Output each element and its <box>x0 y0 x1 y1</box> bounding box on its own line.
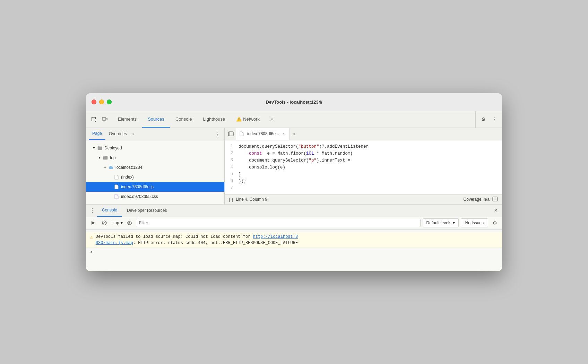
svg-rect-13 <box>103 156 105 157</box>
folder-icon <box>97 145 103 151</box>
tab-sources[interactable]: Sources <box>142 111 170 128</box>
line-number: 4 <box>225 164 239 171</box>
svg-point-23 <box>129 222 130 224</box>
settings-icon[interactable]: ⚙ <box>478 114 488 124</box>
traffic-lights <box>92 99 112 104</box>
line-content: document.querySelector("button")?.addEve… <box>239 143 369 150</box>
tree-arrow: ▼ <box>92 146 96 150</box>
tree-item-top[interactable]: ▼ top <box>86 153 224 163</box>
svg-rect-12 <box>103 156 107 159</box>
panel-dots[interactable]: ⋮ <box>213 131 222 137</box>
console-output: ⚠ DevTools failed to load source map: Co… <box>86 229 502 271</box>
console-message-text: DevTools failed to load source map: Coul… <box>96 234 498 246</box>
code-editor[interactable]: 1 document.querySelector("button")?.addE… <box>225 140 502 194</box>
main-content: Page Overrides » ⋮ ▼ <box>86 128 502 204</box>
editor-tab-js[interactable]: index.7808df6e... × <box>236 128 290 140</box>
console-sidebar-button[interactable] <box>89 218 98 227</box>
toolbar-left <box>89 111 110 128</box>
svg-rect-14 <box>228 132 233 136</box>
tab-lighthouse[interactable]: Lighthouse <box>198 111 231 128</box>
console-prompt[interactable]: > <box>86 248 502 257</box>
devtools-window: DevTools - localhost:1234/ <box>86 93 502 271</box>
window-title: DevTools - localhost:1234/ <box>266 99 322 105</box>
code-line-1: 1 document.querySelector("button")?.addE… <box>225 143 502 150</box>
line-number: 1 <box>225 143 239 150</box>
prompt-arrow: > <box>90 250 93 255</box>
cursor-position: Line 4, Column 9 <box>236 197 267 202</box>
close-button[interactable] <box>92 99 96 104</box>
tab-overrides[interactable]: Overrides <box>105 128 130 140</box>
svg-marker-20 <box>92 221 95 225</box>
css-file-icon <box>114 194 119 199</box>
cursor-icon[interactable] <box>89 114 98 124</box>
minimize-button[interactable] <box>99 99 104 104</box>
svg-rect-5 <box>92 121 94 121</box>
tree-arrow: ▼ <box>97 155 102 160</box>
tab-elements[interactable]: Elements <box>112 111 142 128</box>
tree-item-index[interactable]: (index) <box>86 172 224 182</box>
tab-more-left[interactable]: » <box>130 132 137 136</box>
tab-developer-resources[interactable]: Developer Resources <box>122 205 172 217</box>
code-line-6: 6 )); <box>225 178 502 185</box>
coverage-label: Coverage: n/a <box>464 197 490 202</box>
editor-tab-more[interactable]: » <box>291 132 297 136</box>
tab-more[interactable]: » <box>265 111 279 128</box>
tree-item-js-file[interactable]: index.7808df6e.js <box>86 182 224 192</box>
folder-icon <box>103 155 108 161</box>
console-filter-input[interactable] <box>136 219 421 227</box>
editor-status-bar: { } Line 4, Column 9 Coverage: n/a <box>225 194 502 204</box>
warning-icon: ⚠️ <box>236 116 242 122</box>
coverage-icon[interactable] <box>492 197 498 202</box>
panel-tabs: Page Overrides » ⋮ <box>86 128 224 140</box>
svg-rect-7 <box>106 118 107 120</box>
left-panel: Page Overrides » ⋮ ▼ <box>86 128 225 204</box>
editor-tab-close-button[interactable]: × <box>281 131 286 136</box>
title-bar: DevTools - localhost:1234/ <box>86 93 502 111</box>
console-clear-button[interactable] <box>100 218 109 227</box>
cloud-icon <box>108 165 114 170</box>
tab-console[interactable]: Console <box>170 111 198 128</box>
line-number: 7 <box>225 185 239 191</box>
tree-item-localhost[interactable]: ▼ localhost:1234 <box>86 163 224 172</box>
console-eye-button[interactable] <box>125 218 134 227</box>
file-icon <box>114 174 119 180</box>
code-line-2: 2 const e = Math.floor(101 * Math.random… <box>225 150 502 157</box>
console-warn-icon: ⚠ <box>90 234 93 241</box>
pretty-print-icon[interactable]: { } <box>229 197 233 202</box>
editor-tabs: index.7808df6e... × » <box>225 128 502 140</box>
js-file-icon <box>114 184 119 190</box>
code-line-7: 7 <box>225 185 502 192</box>
code-line-4: 4 console.log(e) <box>225 164 502 171</box>
console-context-selector[interactable]: top ▾ <box>113 220 123 225</box>
tree-item-deployed[interactable]: ▼ Deployed <box>86 143 224 153</box>
svg-rect-6 <box>102 118 106 120</box>
maximize-button[interactable] <box>107 99 112 104</box>
console-warning-message: ⚠ DevTools failed to load source map: Co… <box>86 232 502 248</box>
device-icon[interactable] <box>100 114 110 124</box>
toolbar-right: ⚙ ⋮ <box>475 111 499 128</box>
console-toolbar: top ▾ Default levels ▾ No Issues ⚙ <box>86 217 502 229</box>
bottom-panel: ⋮ Console Developer Resources × <box>86 204 502 271</box>
tab-page[interactable]: Page <box>89 128 105 140</box>
right-panel: index.7808df6e... × » 1 document.querySe… <box>225 128 502 204</box>
tab-console-bottom[interactable]: Console <box>97 205 122 217</box>
sidebar-toggle-button[interactable] <box>226 129 236 139</box>
code-line-3: 3 document.querySelector("p").innerText … <box>225 157 502 164</box>
tree-arrow: ▼ <box>103 165 107 170</box>
bottom-panel-tabs: ⋮ Console Developer Resources × <box>86 205 502 217</box>
tree-item-css-file[interactable]: index.d9703d55.css <box>86 192 224 201</box>
source-map-link[interactable]: http://localhost:8080/main.js.map <box>96 234 298 245</box>
console-levels-dropdown[interactable]: Default levels ▾ <box>423 218 459 227</box>
no-issues-button[interactable]: No Issues <box>461 218 488 227</box>
status-bar-right: Coverage: n/a <box>464 197 498 202</box>
bottom-panel-close-button[interactable]: × <box>491 206 501 215</box>
more-options-icon[interactable]: ⋮ <box>490 114 499 124</box>
tab-network[interactable]: ⚠️ Network <box>231 111 265 128</box>
console-settings-icon[interactable]: ⚙ <box>490 218 499 227</box>
line-number: 2 <box>225 150 239 157</box>
line-number: 6 <box>225 178 239 184</box>
bottom-panel-dots[interactable]: ⋮ <box>87 206 97 215</box>
code-line-5: 5 } <box>225 171 502 178</box>
svg-rect-1 <box>92 117 92 119</box>
line-content: console.log(e) <box>239 164 285 171</box>
